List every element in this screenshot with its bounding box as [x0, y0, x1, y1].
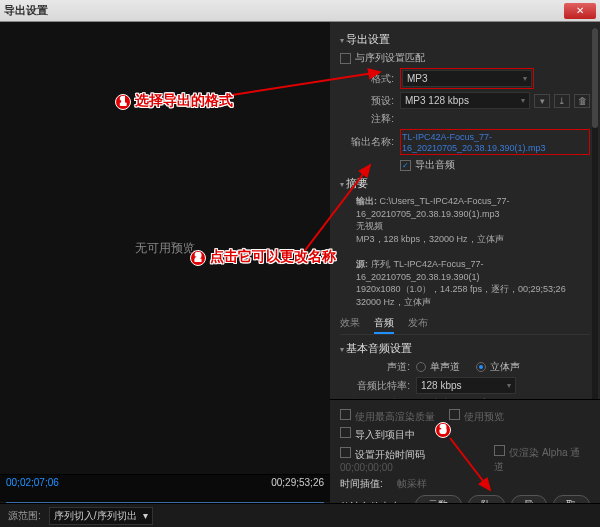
chevron-down-icon: ▾ — [507, 381, 511, 390]
output-name-label: 输出名称: — [340, 135, 394, 149]
bottom-options: 使用最高渲染质量 使用预览 导入到项目中 设置开始时间码 00;00;00;00… — [330, 399, 600, 503]
chevron-down-icon: ▾ — [143, 510, 148, 521]
tc-right: 00;29;53;26 — [271, 477, 324, 488]
chevron-down-icon: ▾ — [521, 96, 525, 105]
format-select[interactable]: MP3 ▾ — [402, 70, 532, 87]
timeline[interactable]: 00;02;07;06 00;29;53;26 — [0, 474, 330, 502]
alpha-checkbox[interactable] — [494, 445, 505, 456]
delete-preset-icon[interactable]: 🗑 — [574, 94, 590, 108]
window-buttons: ✕ — [564, 3, 596, 19]
format-highlight: MP3 ▾ — [400, 68, 534, 89]
tc-left: 00;02;07;06 — [6, 477, 59, 488]
radio-stereo[interactable]: 立体声 — [476, 360, 520, 374]
use-preview-checkbox[interactable] — [449, 409, 460, 420]
tabs: 效果 音频 发布 — [340, 314, 590, 335]
statusbar: 源范围: 序列切入/序列切出 ▾ — [0, 503, 600, 527]
output-name-link[interactable]: TL-IPC42A-Focus_77-16_20210705_20.38.19.… — [402, 132, 546, 153]
range-label: 源范围: — [8, 509, 41, 523]
summary-block: 输出: C:\Users_TL-IPC42A-Focus_77-16_20210… — [356, 195, 590, 308]
channel-label: 声道: — [340, 360, 410, 374]
bitrate-label: 音频比特率: — [340, 379, 410, 393]
output-name-highlight: TL-IPC42A-Focus_77-16_20210705_20.38.19.… — [400, 129, 590, 155]
chevron-down-icon: ▾ — [523, 74, 527, 83]
summary-title: 摘要 — [340, 176, 590, 191]
window-title: 导出设置 — [4, 3, 48, 18]
import-project-checkbox[interactable] — [340, 427, 351, 438]
close-button[interactable]: ✕ — [564, 3, 596, 19]
preview-pane: 无可用预览 00;02;07;06 00;29;53;26 — [0, 22, 330, 502]
export-audio-label: 导出音频 — [415, 158, 455, 172]
audio-section-title: 基本音频设置 — [340, 341, 590, 356]
match-seq-label: 与序列设置匹配 — [355, 51, 425, 65]
max-render-checkbox[interactable] — [340, 409, 351, 420]
import-preset-icon[interactable]: ⤓ — [554, 94, 570, 108]
export-section-title: 导出设置 — [340, 32, 590, 47]
preset-select[interactable]: MP3 128 kbps ▾ — [400, 92, 530, 109]
radio-mono[interactable]: 单声道 — [416, 360, 460, 374]
no-preview-label: 无可用预览 — [135, 240, 195, 257]
preset-label: 预设: — [340, 94, 394, 108]
comment-label: 注释: — [340, 112, 394, 126]
start-tc-checkbox[interactable] — [340, 447, 351, 458]
range-select[interactable]: 序列切入/序列切出 ▾ — [49, 507, 153, 525]
tab-effects[interactable]: 效果 — [340, 314, 360, 334]
save-preset-icon[interactable]: ▾ — [534, 94, 550, 108]
tab-publish[interactable]: 发布 — [408, 314, 428, 334]
tab-audio[interactable]: 音频 — [374, 314, 394, 334]
bitrate-select[interactable]: 128 kbps ▾ — [416, 377, 516, 394]
titlebar: 导出设置 ✕ — [0, 0, 600, 22]
match-seq-checkbox[interactable] — [340, 53, 351, 64]
export-audio-checkbox[interactable]: ✓ — [400, 160, 411, 171]
format-label: 格式: — [340, 72, 394, 86]
